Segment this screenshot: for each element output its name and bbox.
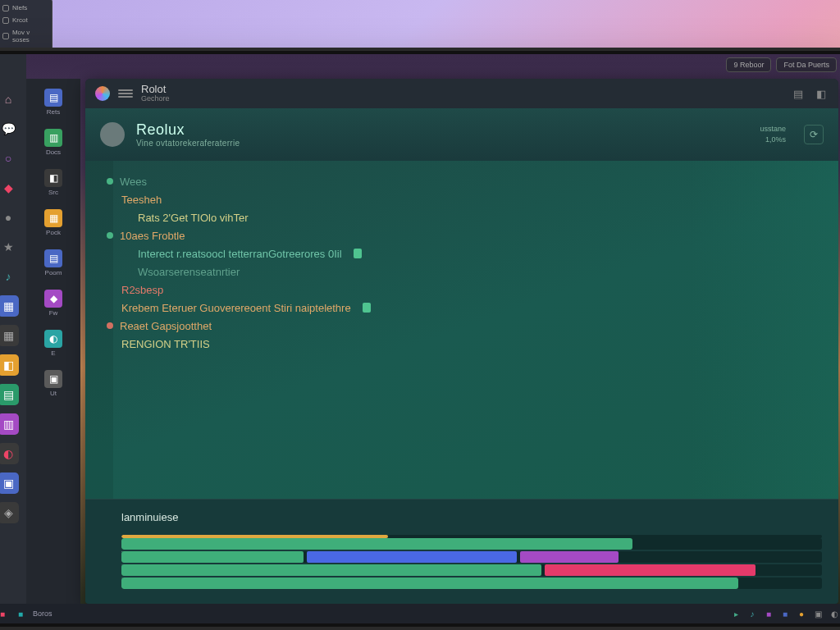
progress-track — [121, 551, 822, 563]
window-subtitle: Gechore — [141, 95, 170, 103]
music-icon[interactable]: ♪ — [0, 266, 19, 287]
layout-icon[interactable]: ▤ — [791, 86, 806, 101]
file-label: Fw — [49, 309, 58, 317]
file-label: Poom — [45, 269, 62, 276]
progress-segment — [545, 564, 755, 576]
bell-icon[interactable]: ● — [0, 207, 19, 228]
star-icon[interactable]: ★ — [0, 236, 19, 258]
code-text: Teesheh — [121, 194, 162, 206]
progress-segment — [121, 551, 304, 563]
file-icon: ▤ — [44, 249, 62, 267]
metrics-title: lanminuiese — [121, 511, 822, 523]
panel-header: Reolux Vine ovtatorekeraferaterrie ussta… — [85, 108, 838, 161]
app2-icon[interactable]: ▦ — [0, 325, 19, 346]
file-blue[interactable]: ▤Rets — [30, 85, 77, 119]
file-purple[interactable]: ◆Fw — [30, 286, 77, 320]
monitor-bezel: 9 Reboor Fot Da Puerts ⌂💬○◆●★♪▦▦◧▤▥◐▣◈ ▤… — [0, 48, 840, 630]
tb-1[interactable]: ▸ — [730, 608, 742, 619]
taskbar: ■■Boros ▸♪■■●▣◐ — [0, 604, 840, 623]
file-blue2[interactable]: ▤Poom — [30, 246, 77, 280]
progress-track — [121, 564, 822, 576]
main-window: Rolot Gechore ▤ ◧ Reolux Vine ovtatoreke… — [85, 79, 838, 604]
code-line[interactable]: 10aes Frobtle — [121, 226, 822, 244]
code-line[interactable]: Interect r.reatsoocl tetterranGotreerore… — [121, 244, 822, 262]
file-icon: ◧ — [44, 169, 62, 187]
app6-icon[interactable]: ◐ — [0, 443, 19, 464]
code-text: Wees — [120, 176, 147, 188]
code-line[interactable]: R2sbesp — [121, 281, 822, 299]
app1-icon[interactable]: ▦ — [0, 295, 19, 317]
float-item: Nlefs — [12, 4, 27, 11]
progress-segment — [121, 564, 541, 576]
code-line[interactable]: Rats 2'Get TIOlo vihTer — [121, 208, 822, 226]
tb-3[interactable]: ■ — [763, 608, 774, 619]
menu-icon[interactable] — [118, 89, 133, 98]
code-text: Wsoarserenseatnrtier — [138, 266, 240, 278]
progress-segment — [307, 551, 517, 563]
split-icon[interactable]: ◧ — [814, 86, 829, 101]
file-label: Ut — [50, 390, 57, 397]
tb-5[interactable]: ● — [796, 608, 807, 619]
panel-subtitle: Vine ovtatorekeraferaterrie — [136, 139, 240, 148]
avatar-icon[interactable] — [100, 122, 125, 147]
code-line[interactable]: RENGION TR'TIIS — [121, 335, 822, 353]
code-line[interactable]: Wsoarserenseatnrtier — [121, 262, 822, 281]
file-dark[interactable]: ◧Src — [30, 166, 77, 199]
file-icon: ▦ — [44, 209, 62, 227]
explorer-panel: ▤Rets▥Docs◧Src▦Pock▤Poom◆Fw◐E▣Ut — [26, 79, 80, 604]
line-gutter — [85, 161, 113, 499]
tb-6[interactable]: ▣ — [812, 608, 824, 619]
titlebar: Rolot Gechore ▤ ◧ — [85, 79, 838, 108]
inline-badge-icon — [354, 249, 362, 258]
progress-fill — [121, 538, 632, 550]
desktop-wallpaper: Nlefs Krcot Mov v soses 9 Reboor Fot Da … — [0, 0, 840, 630]
tb-red[interactable]: ■ — [0, 608, 8, 619]
code-line[interactable]: Krebem Eteruer Guoverereoent Stiri naipt… — [121, 299, 822, 317]
code-editor[interactable]: WeesTeeshehRats 2'Get TIOlo vihTer10aes … — [85, 161, 838, 499]
progress-track — [121, 538, 822, 550]
tb-4[interactable]: ■ — [779, 608, 791, 619]
file-icon: ◆ — [44, 290, 62, 308]
code-text: RENGION TR'TIIS — [121, 338, 210, 350]
metrics-panel: lanminuiese TERE RSEERTIESREL ROGER APSR… — [85, 499, 838, 604]
file-orange[interactable]: ▦Pock — [30, 206, 77, 240]
file-label: E — [51, 349, 55, 357]
app3-icon[interactable]: ◧ — [0, 354, 19, 376]
app5-icon[interactable]: ▥ — [0, 413, 19, 435]
system-tray-top: 9 Reboor Fot Da Puerts — [726, 57, 837, 72]
code-text: Interect r.reatsoocl tetterranGotreerore… — [138, 248, 342, 260]
tb-text[interactable]: Boros — [33, 608, 52, 619]
app8-icon[interactable]: ◈ — [0, 502, 19, 523]
status-chip[interactable]: 9 Reboor — [726, 57, 771, 72]
tb-teal[interactable]: ■ — [15, 608, 26, 619]
float-item: Mov v soses — [12, 29, 48, 43]
progress-fill — [121, 578, 738, 589]
code-line[interactable]: Teesheh — [121, 190, 822, 208]
float-item: Krcot — [12, 16, 28, 24]
file-label: Pock — [46, 229, 61, 236]
file-label: Docs — [46, 148, 61, 156]
app4-icon[interactable]: ▤ — [0, 384, 19, 405]
tb-7[interactable]: ◐ — [829, 608, 840, 619]
status-chip[interactable]: Fot Da Puerts — [776, 57, 837, 72]
badge-icon[interactable]: ◆ — [0, 177, 19, 199]
file-label: Src — [48, 189, 58, 196]
code-text: Rats 2'Get TIOlo vihTer — [138, 212, 248, 224]
code-text: Reaet Gapsjootthet — [120, 320, 212, 332]
file-icon: ▥ — [44, 129, 62, 147]
code-line[interactable]: Wees — [121, 172, 822, 190]
tb-2[interactable]: ♪ — [746, 608, 758, 619]
code-line[interactable]: Reaet Gapsjootthet — [121, 317, 822, 335]
file-gray[interactable]: ▣Ut — [30, 367, 77, 400]
chat-icon[interactable]: 💬 — [0, 118, 19, 139]
file-green[interactable]: ▥Docs — [30, 126, 77, 159]
file-icon: ▤ — [44, 89, 62, 107]
app7-icon[interactable]: ▣ — [0, 472, 19, 494]
file-teal[interactable]: ◐E — [30, 326, 77, 360]
refresh-icon[interactable]: ⟳ — [804, 125, 824, 144]
progress-track — [121, 578, 822, 589]
file-icon: ◐ — [44, 330, 62, 348]
circle-icon[interactable]: ○ — [0, 148, 19, 169]
panel-title: Reolux — [136, 121, 240, 139]
home-icon[interactable]: ⌂ — [0, 89, 19, 110]
